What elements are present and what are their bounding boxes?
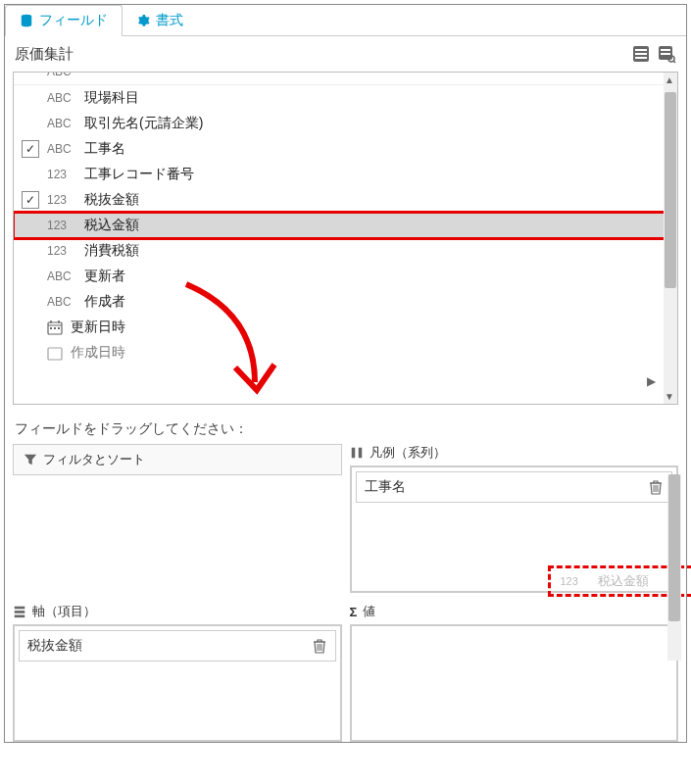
field-item[interactable]: ABC 現場科目 [14,85,677,111]
field-name: 更新日時 [71,318,125,336]
field-item[interactable]: ABC 更新者 [14,264,677,289]
legend-drop-zone[interactable]: 工事名 123 税込金額 [350,466,679,593]
tab-format[interactable]: 書式 [123,5,197,35]
gear-icon [136,14,150,27]
axis-zone-header: 軸（項目） [13,603,342,620]
svg-rect-4 [635,57,647,59]
tab-bar: フィールド 書式 [5,5,686,36]
chip-label: 税抜金額 [27,637,82,655]
field-type: 123 [47,244,76,258]
field-item[interactable]: ABC 作成者 [14,289,677,315]
svg-rect-25 [15,615,25,618]
drag-instruction: フィールドをドラッグしてください： [5,415,686,444]
field-item[interactable]: 123 消費税額 [14,238,677,264]
field-name: 作成者 [84,293,125,311]
field-list: ABC ABC 現場科目 ABC 取引先名(元請企業) ✓ ABC 工事名 12… [13,72,678,405]
list-view-icon[interactable] [631,44,651,64]
field-name: 取引先名(元請企業) [84,115,203,132]
expand-caret-icon[interactable]: ▶ [647,374,656,388]
axis-drop-zone[interactable]: 税抜金額 [13,624,342,742]
search-list-icon[interactable] [657,44,676,64]
field-item[interactable]: 更新日時 [14,315,677,340]
axis-icon [13,605,26,618]
scroll-down-icon[interactable]: ▼ [665,391,674,402]
panel-scrollbar[interactable] [667,474,681,661]
ghost-type: 123 [561,575,590,587]
field-type: 123 [47,168,76,181]
svg-rect-6 [661,49,670,51]
field-item[interactable]: 123 工事レコード番号 [14,162,677,187]
field-type: ABC [47,142,76,156]
field-item[interactable]: ABC 取引先名(元請企業) [14,111,677,136]
scrollbar-thumb[interactable] [665,92,676,288]
field-type: ABC [47,270,76,283]
svg-rect-23 [15,607,25,610]
field-name: 税抜金額 [84,191,139,209]
value-zone-header: Σ 値 [350,603,679,620]
svg-rect-16 [58,327,60,329]
ghost-label: 税込金額 [598,572,649,590]
svg-line-9 [673,61,675,63]
tab-field-label: フィールド [39,12,108,29]
scrollbar-thumb[interactable] [668,474,680,621]
field-name: 作成日時 [71,344,125,362]
legend-chip[interactable]: 工事名 [356,471,673,503]
axis-chip[interactable]: 税抜金額 [19,630,336,662]
trash-icon[interactable] [312,638,327,654]
field-item-selected[interactable]: 123 税込金額 [14,213,677,238]
field-name: 工事名 [84,140,125,158]
scrollbar[interactable]: ▲ ▼ [664,73,677,404]
checkbox-checked[interactable]: ✓ [22,191,39,209]
calendar-icon [47,345,63,361]
field-type: ABC [47,91,76,105]
field-item-partial-bottom[interactable]: 作成日時 [14,340,677,366]
value-drop-zone[interactable] [350,624,679,742]
tab-field[interactable]: フィールド [5,5,123,36]
svg-rect-7 [661,53,670,55]
field-type: 123 [47,193,76,207]
tab-format-label: 書式 [156,12,183,29]
svg-rect-17 [48,348,62,360]
filter-sort-label: フィルタとソート [43,451,145,468]
field-name: 更新者 [84,268,125,285]
filter-icon [24,453,37,466]
field-type: ABC [47,117,76,130]
legend-zone-header: 凡例（系列） [350,444,679,462]
axis-label: 軸（項目） [32,603,96,620]
field-name: 工事レコード番号 [84,166,194,183]
field-type: ABC [47,295,76,309]
filter-sort-header[interactable]: フィルタとソート [13,444,342,475]
field-item-partial-top[interactable]: ABC [14,73,677,85]
trash-icon[interactable] [648,479,664,495]
svg-rect-14 [50,327,52,329]
svg-rect-24 [15,611,25,613]
page-title: 原価集計 [15,45,74,64]
chip-label: 工事名 [365,478,406,496]
svg-rect-18 [351,448,355,459]
legend-icon [350,446,364,460]
svg-rect-2 [635,49,647,51]
svg-rect-3 [635,53,647,55]
scroll-up-icon[interactable]: ▲ [665,74,674,85]
svg-rect-19 [358,448,362,459]
legend-label: 凡例（系列） [370,444,446,462]
sigma-icon: Σ [350,605,358,619]
field-type: 123 [47,219,76,232]
field-item[interactable]: ✓ 123 税抜金額 [14,187,677,213]
value-label: 値 [363,603,375,620]
field-name: 税込金額 [84,217,139,234]
field-name: 現場科目 [84,89,139,107]
field-item[interactable]: ✓ ABC 工事名 [14,136,677,162]
database-icon [20,14,33,27]
field-name: 消費税額 [84,242,139,260]
svg-rect-15 [54,327,56,329]
calendar-icon [47,319,63,335]
checkbox-checked[interactable]: ✓ [22,140,39,158]
field-type: ABC [47,73,76,78]
